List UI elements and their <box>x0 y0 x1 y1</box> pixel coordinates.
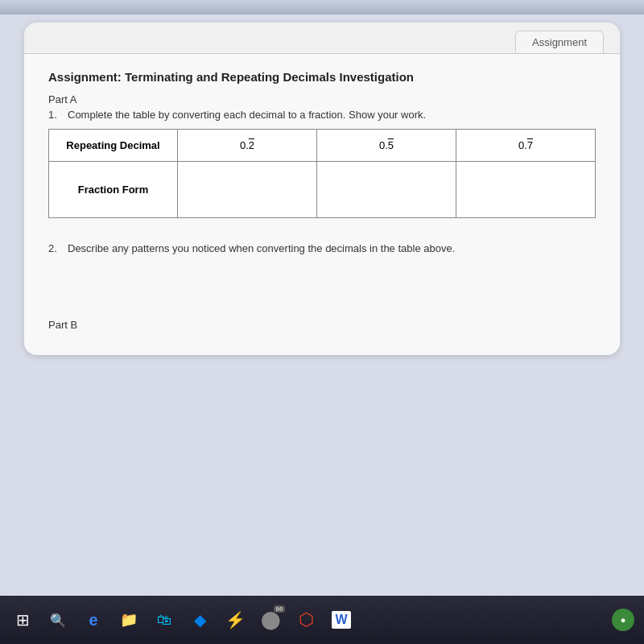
document-body: Assignment: Terminating and Repeating De… <box>24 54 620 355</box>
office-icon: ⬡ <box>299 609 314 630</box>
question-1: 1. Complete the table by converting each… <box>48 109 596 121</box>
fraction-table: Repeating Decimal 0.2 0.5 0.7 <box>48 129 596 218</box>
zap-button[interactable]: ⚡ <box>219 602 251 638</box>
start-icon: ⊞ <box>16 610 30 630</box>
q2-text: Describe any patterns you noticed when c… <box>68 242 455 254</box>
badge-button[interactable]: ⬤ 86 <box>254 602 287 638</box>
decimal-5: 0.5 <box>379 139 394 151</box>
dropbox-button[interactable]: ◆ <box>184 602 216 638</box>
fraction-form-label: Fraction Form <box>49 162 178 218</box>
zap-icon: ⚡ <box>225 610 246 630</box>
q2-number: 2. <box>48 242 63 254</box>
content-area: Assignment Assignment: Terminating and R… <box>0 14 644 596</box>
decimal-7: 0.7 <box>518 139 533 151</box>
start-button[interactable]: ⊞ <box>6 602 39 638</box>
decimal-2: 0.2 <box>240 139 254 151</box>
table-header-row: Repeating Decimal 0.2 0.5 0.7 <box>49 130 596 162</box>
taskbar-end[interactable]: ● <box>609 602 638 638</box>
col2-header: 0.2 <box>178 130 317 162</box>
doc-title: Assignment: Terminating and Repeating De… <box>48 70 596 84</box>
part-a-label: Part A <box>48 93 596 105</box>
top-bar <box>0 0 644 14</box>
folder-icon: 📁 <box>120 611 138 629</box>
col3-header: 0.5 <box>317 130 456 162</box>
circle-icon: ● <box>621 615 626 625</box>
store-icon: 🛍 <box>157 612 171 629</box>
fraction-form-col2[interactable] <box>178 162 317 218</box>
word-icon: W <box>332 611 350 629</box>
q1-number: 1. <box>48 109 63 121</box>
question-2: 2. Describe any patterns you noticed whe… <box>48 242 596 254</box>
badge-count: 86 <box>274 605 285 613</box>
col4-header: 0.7 <box>456 130 596 162</box>
taskbar: ⊞ 🔍 e 📁 🛍 ◆ ⚡ ⬤ 86 ⬡ W ● <box>0 596 644 644</box>
office-button[interactable]: ⬡ <box>290 602 322 638</box>
edge-button[interactable]: e <box>77 602 109 638</box>
assignment-tab-area: Assignment <box>24 23 620 54</box>
fraction-form-row: Fraction Form <box>49 162 596 218</box>
assignment-tab-label: Assignment <box>532 36 587 48</box>
fraction-form-col4[interactable] <box>456 162 596 218</box>
document-card: Assignment Assignment: Terminating and R… <box>24 23 620 355</box>
green-circle: ● <box>612 609 634 631</box>
col1-header: Repeating Decimal <box>49 130 178 162</box>
assignment-tab[interactable]: Assignment <box>515 31 604 53</box>
dropbox-icon: ◆ <box>194 610 206 630</box>
part-b-label: Part B <box>48 319 596 331</box>
search-button[interactable]: 🔍 <box>42 602 74 638</box>
store-button[interactable]: 🛍 <box>148 602 180 638</box>
search-icon: 🔍 <box>50 613 66 628</box>
folder-button[interactable]: 📁 <box>113 602 145 638</box>
edge-icon: e <box>89 611 97 630</box>
fraction-form-col3[interactable] <box>317 162 456 218</box>
q1-text: Complete the table by converting each de… <box>68 109 426 121</box>
word-button[interactable]: W <box>325 602 357 638</box>
